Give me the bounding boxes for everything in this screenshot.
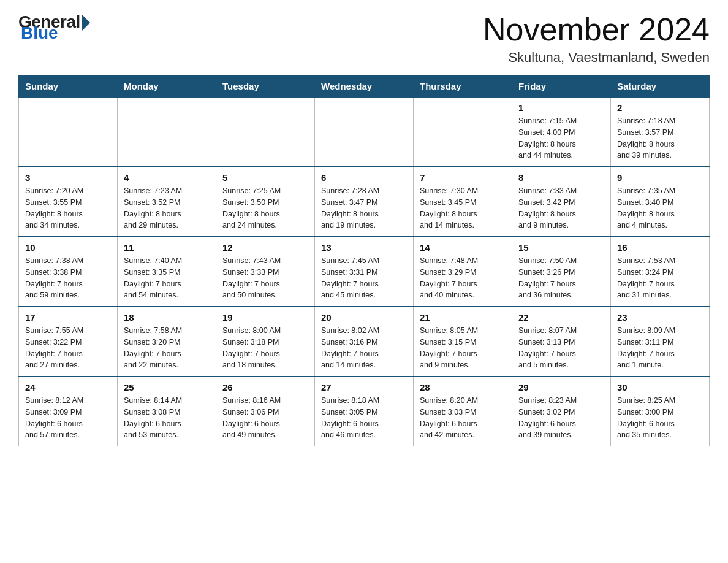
- calendar-cell: [19, 97, 118, 167]
- calendar-cell: 6Sunrise: 7:28 AM Sunset: 3:47 PM Daylig…: [315, 167, 414, 237]
- day-info: Sunrise: 7:20 AM Sunset: 3:55 PM Dayligh…: [25, 185, 111, 231]
- weekday-header-thursday: Thursday: [414, 76, 512, 98]
- calendar-cell: [118, 97, 216, 167]
- calendar-cell: 5Sunrise: 7:25 AM Sunset: 3:50 PM Daylig…: [216, 167, 315, 237]
- calendar-week-row: 17Sunrise: 7:55 AM Sunset: 3:22 PM Dayli…: [19, 307, 710, 377]
- day-number: 7: [420, 172, 506, 183]
- calendar-week-row: 3Sunrise: 7:20 AM Sunset: 3:55 PM Daylig…: [19, 167, 710, 237]
- logo-blue-text: Blue: [21, 23, 58, 43]
- calendar-cell: 29Sunrise: 8:23 AM Sunset: 3:02 PM Dayli…: [512, 377, 611, 446]
- calendar-cell: [315, 97, 414, 167]
- calendar-cell: 7Sunrise: 7:30 AM Sunset: 3:45 PM Daylig…: [414, 167, 512, 237]
- calendar-cell: 15Sunrise: 7:50 AM Sunset: 3:26 PM Dayli…: [512, 237, 611, 307]
- calendar-header-row: SundayMondayTuesdayWednesdayThursdayFrid…: [19, 76, 710, 98]
- calendar-cell: 18Sunrise: 7:58 AM Sunset: 3:20 PM Dayli…: [118, 307, 216, 377]
- day-info: Sunrise: 7:33 AM Sunset: 3:42 PM Dayligh…: [518, 185, 604, 231]
- day-info: Sunrise: 7:23 AM Sunset: 3:52 PM Dayligh…: [124, 185, 210, 231]
- calendar-cell: 2Sunrise: 7:18 AM Sunset: 3:57 PM Daylig…: [611, 97, 710, 167]
- day-number: 23: [617, 312, 703, 323]
- day-number: 24: [25, 382, 111, 393]
- day-number: 3: [25, 172, 111, 183]
- day-info: Sunrise: 8:25 AM Sunset: 3:00 PM Dayligh…: [617, 395, 703, 441]
- day-info: Sunrise: 7:43 AM Sunset: 3:33 PM Dayligh…: [222, 255, 308, 301]
- day-info: Sunrise: 8:20 AM Sunset: 3:03 PM Dayligh…: [420, 395, 506, 441]
- day-info: Sunrise: 7:40 AM Sunset: 3:35 PM Dayligh…: [124, 255, 210, 301]
- day-number: 17: [25, 312, 111, 323]
- day-number: 20: [321, 312, 407, 323]
- day-number: 8: [518, 172, 604, 183]
- day-number: 26: [222, 382, 308, 393]
- day-number: 5: [222, 172, 308, 183]
- day-number: 1: [518, 102, 604, 113]
- day-number: 15: [518, 242, 604, 253]
- day-info: Sunrise: 8:05 AM Sunset: 3:15 PM Dayligh…: [420, 325, 506, 371]
- day-info: Sunrise: 8:12 AM Sunset: 3:09 PM Dayligh…: [25, 395, 111, 441]
- calendar-cell: 10Sunrise: 7:38 AM Sunset: 3:38 PM Dayli…: [19, 237, 118, 307]
- calendar-cell: 26Sunrise: 8:16 AM Sunset: 3:06 PM Dayli…: [216, 377, 315, 446]
- day-info: Sunrise: 7:48 AM Sunset: 3:29 PM Dayligh…: [420, 255, 506, 301]
- day-number: 27: [321, 382, 407, 393]
- calendar-cell: 14Sunrise: 7:48 AM Sunset: 3:29 PM Dayli…: [414, 237, 512, 307]
- day-number: 9: [617, 172, 703, 183]
- day-info: Sunrise: 7:58 AM Sunset: 3:20 PM Dayligh…: [124, 325, 210, 371]
- day-number: 21: [420, 312, 506, 323]
- day-info: Sunrise: 7:25 AM Sunset: 3:50 PM Dayligh…: [222, 185, 308, 231]
- day-number: 29: [518, 382, 604, 393]
- calendar-cell: 28Sunrise: 8:20 AM Sunset: 3:03 PM Dayli…: [414, 377, 512, 446]
- day-info: Sunrise: 7:30 AM Sunset: 3:45 PM Dayligh…: [420, 185, 506, 231]
- day-info: Sunrise: 7:15 AM Sunset: 4:00 PM Dayligh…: [518, 115, 604, 161]
- logo: General Blue: [18, 12, 90, 43]
- calendar-cell: 16Sunrise: 7:53 AM Sunset: 3:24 PM Dayli…: [611, 237, 710, 307]
- day-number: 30: [617, 382, 703, 393]
- calendar-cell: [414, 97, 512, 167]
- day-number: 28: [420, 382, 506, 393]
- day-number: 13: [321, 242, 407, 253]
- calendar-cell: 3Sunrise: 7:20 AM Sunset: 3:55 PM Daylig…: [19, 167, 118, 237]
- calendar-cell: 23Sunrise: 8:09 AM Sunset: 3:11 PM Dayli…: [611, 307, 710, 377]
- day-number: 22: [518, 312, 604, 323]
- day-info: Sunrise: 8:00 AM Sunset: 3:18 PM Dayligh…: [222, 325, 308, 371]
- weekday-header-saturday: Saturday: [611, 76, 710, 98]
- day-number: 14: [420, 242, 506, 253]
- day-number: 2: [617, 102, 703, 113]
- calendar-cell: 9Sunrise: 7:35 AM Sunset: 3:40 PM Daylig…: [611, 167, 710, 237]
- weekday-header-tuesday: Tuesday: [216, 76, 315, 98]
- logo-arrow-icon: [82, 14, 90, 31]
- day-info: Sunrise: 7:45 AM Sunset: 3:31 PM Dayligh…: [321, 255, 407, 301]
- calendar-cell: 21Sunrise: 8:05 AM Sunset: 3:15 PM Dayli…: [414, 307, 512, 377]
- page-header: General Blue November 2024 Skultuna, Vae…: [18, 12, 710, 66]
- calendar-cell: 12Sunrise: 7:43 AM Sunset: 3:33 PM Dayli…: [216, 237, 315, 307]
- subtitle: Skultuna, Vaestmanland, Sweden: [483, 50, 710, 66]
- calendar-week-row: 10Sunrise: 7:38 AM Sunset: 3:38 PM Dayli…: [19, 237, 710, 307]
- calendar-cell: 22Sunrise: 8:07 AM Sunset: 3:13 PM Dayli…: [512, 307, 611, 377]
- day-number: 11: [124, 242, 210, 253]
- main-title: November 2024: [483, 12, 710, 47]
- calendar-cell: 17Sunrise: 7:55 AM Sunset: 3:22 PM Dayli…: [19, 307, 118, 377]
- calendar-week-row: 24Sunrise: 8:12 AM Sunset: 3:09 PM Dayli…: [19, 377, 710, 446]
- calendar-cell: 25Sunrise: 8:14 AM Sunset: 3:08 PM Dayli…: [118, 377, 216, 446]
- day-info: Sunrise: 8:23 AM Sunset: 3:02 PM Dayligh…: [518, 395, 604, 441]
- title-block: November 2024 Skultuna, Vaestmanland, Sw…: [483, 12, 710, 66]
- day-info: Sunrise: 7:18 AM Sunset: 3:57 PM Dayligh…: [617, 115, 703, 161]
- day-info: Sunrise: 7:35 AM Sunset: 3:40 PM Dayligh…: [617, 185, 703, 231]
- day-number: 6: [321, 172, 407, 183]
- day-info: Sunrise: 8:18 AM Sunset: 3:05 PM Dayligh…: [321, 395, 407, 441]
- calendar-cell: 1Sunrise: 7:15 AM Sunset: 4:00 PM Daylig…: [512, 97, 611, 167]
- day-number: 10: [25, 242, 111, 253]
- day-info: Sunrise: 7:38 AM Sunset: 3:38 PM Dayligh…: [25, 255, 111, 301]
- day-info: Sunrise: 8:14 AM Sunset: 3:08 PM Dayligh…: [124, 395, 210, 441]
- calendar-cell: 30Sunrise: 8:25 AM Sunset: 3:00 PM Dayli…: [611, 377, 710, 446]
- day-info: Sunrise: 8:09 AM Sunset: 3:11 PM Dayligh…: [617, 325, 703, 371]
- calendar-cell: 24Sunrise: 8:12 AM Sunset: 3:09 PM Dayli…: [19, 377, 118, 446]
- calendar-cell: 11Sunrise: 7:40 AM Sunset: 3:35 PM Dayli…: [118, 237, 216, 307]
- calendar-cell: [216, 97, 315, 167]
- calendar-week-row: 1Sunrise: 7:15 AM Sunset: 4:00 PM Daylig…: [19, 97, 710, 167]
- day-info: Sunrise: 7:50 AM Sunset: 3:26 PM Dayligh…: [518, 255, 604, 301]
- calendar-cell: 13Sunrise: 7:45 AM Sunset: 3:31 PM Dayli…: [315, 237, 414, 307]
- calendar-cell: 19Sunrise: 8:00 AM Sunset: 3:18 PM Dayli…: [216, 307, 315, 377]
- day-info: Sunrise: 7:28 AM Sunset: 3:47 PM Dayligh…: [321, 185, 407, 231]
- day-number: 18: [124, 312, 210, 323]
- day-info: Sunrise: 8:16 AM Sunset: 3:06 PM Dayligh…: [222, 395, 308, 441]
- day-info: Sunrise: 7:53 AM Sunset: 3:24 PM Dayligh…: [617, 255, 703, 301]
- day-info: Sunrise: 7:55 AM Sunset: 3:22 PM Dayligh…: [25, 325, 111, 371]
